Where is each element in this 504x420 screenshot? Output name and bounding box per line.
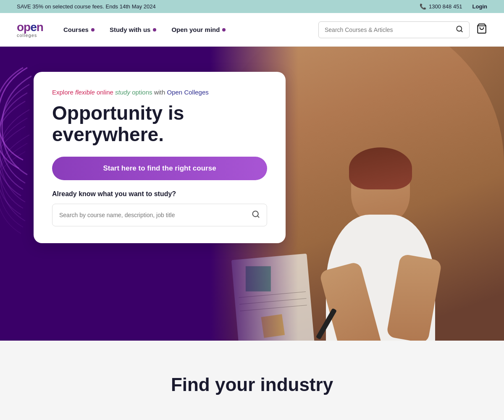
login-link[interactable]: Login (472, 3, 487, 10)
tagline-online: online (97, 89, 115, 96)
tagline-options: options (132, 89, 154, 96)
hero-card: Explore flexible online study options wi… (34, 72, 286, 243)
tagline-oc: Open Colleges (167, 89, 209, 96)
find-course-cta-button[interactable]: Start here to find the right course (52, 157, 267, 180)
courses-dot (91, 28, 94, 32)
navbar: open colleges Courses Study with us Open… (0, 13, 504, 47)
study-dot (153, 28, 156, 32)
phone-icon: 📞 (420, 3, 426, 10)
already-know-text: Already know what you want to study? (52, 190, 267, 198)
nav-search-icon[interactable] (456, 25, 463, 34)
phone-link[interactable]: 📞 1300 848 451 (420, 3, 462, 10)
top-banner-right: 📞 1300 848 451 Login (420, 3, 487, 10)
hero-tagline: Explore flexible online study options wi… (52, 89, 267, 96)
phone-number: 1300 848 451 (429, 3, 462, 10)
find-industry-title: Find your industry (17, 374, 487, 395)
nav-item-courses[interactable]: Courses (57, 23, 101, 37)
tagline-study: study (115, 89, 132, 96)
hero-section: Explore flexible online study options wi… (0, 47, 504, 341)
top-banner: SAVE 35% on selected course fees. Ends 1… (0, 0, 504, 13)
hero-search-icon[interactable] (252, 210, 260, 220)
svg-line-1 (461, 30, 462, 32)
courses-label: Courses (63, 26, 89, 33)
below-hero-section: Find your industry (0, 341, 504, 420)
hero-search-input[interactable] (59, 212, 247, 218)
open-your-mind-label: Open your mind (171, 26, 220, 33)
svg-line-4 (257, 216, 259, 218)
nav-search-input[interactable] (325, 26, 452, 33)
tagline-flexible: flexible (75, 89, 97, 96)
tagline-explore: Explore (52, 89, 75, 96)
logo[interactable]: open colleges (17, 21, 43, 38)
hero-search-box[interactable] (52, 204, 267, 226)
nav-item-study-with-us[interactable]: Study with us (103, 23, 163, 37)
logo-colleges: colleges (17, 33, 43, 38)
nav-item-open-your-mind[interactable]: Open your mind (165, 23, 232, 37)
tagline-with: with (154, 89, 167, 96)
logo-open: open (17, 21, 43, 33)
study-with-us-label: Study with us (110, 26, 151, 33)
cart-icon[interactable] (476, 23, 487, 37)
nav-search-container[interactable] (318, 21, 470, 38)
hero-heading: Opportunity is everywhere. (52, 102, 267, 145)
promo-text: SAVE 35% on selected course fees. Ends 1… (17, 3, 156, 10)
swirl-decoration (0, 63, 32, 307)
mind-dot (222, 28, 226, 32)
nav-items: Courses Study with us Open your mind (57, 23, 318, 37)
